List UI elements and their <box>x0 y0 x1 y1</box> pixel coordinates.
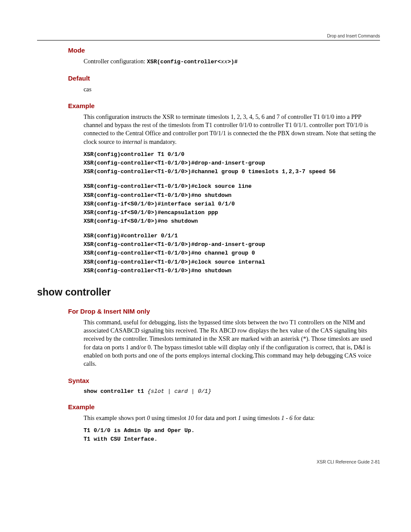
header-rule <box>37 40 380 40</box>
ex2-h: 1 - 6 <box>281 414 293 421</box>
example1-paragraph: This configuration instructs the XSR to … <box>84 113 380 146</box>
heading-drop-insert: For Drop & Insert NIM only <box>68 308 380 315</box>
ex2-d: 10 <box>188 414 194 421</box>
ex2-g: using timeslots <box>241 414 281 421</box>
heading-example1: Example <box>68 102 380 109</box>
page-footer: XSR CLI Reference Guide 2-81 <box>37 459 380 464</box>
mode-mono-italic: xx <box>221 59 228 65</box>
syntax-cmd: show controller t1 <box>84 388 147 395</box>
syntax-args: {slot | card | 0/1} <box>147 388 211 395</box>
example1-code1: XSR(config)controller T1 0/1/0 XSR(confi… <box>84 150 380 176</box>
mode-mono: XSR(config-controller< <box>147 59 221 65</box>
ex2-i: for data: <box>293 414 315 421</box>
ex2-b: 0 <box>147 414 150 421</box>
header-section-title: Drop and Insert Commands <box>37 34 380 38</box>
heading-show-controller: show controller <box>37 286 380 298</box>
ex2-a: This example shows port <box>84 414 147 421</box>
drop-insert-paragraph: This command, useful for debugging, list… <box>84 318 380 368</box>
ex2-c: using timeslot <box>150 414 188 421</box>
syntax-line: show controller t1 {slot | card | 0/1} <box>84 388 380 395</box>
heading-mode: Mode <box>68 47 380 54</box>
heading-syntax: Syntax <box>68 377 380 384</box>
heading-default: Default <box>68 75 380 82</box>
mode-prefix: Controller configuration: <box>84 58 147 65</box>
example2-paragraph: This example shows port 0 using timeslot… <box>84 414 380 422</box>
heading-example2: Example <box>68 403 380 411</box>
example1-italic: internal <box>122 138 142 145</box>
example2-code: T1 0/1/0 is Admin Up and Oper Up. T1 wit… <box>84 426 380 444</box>
example1-suffix: is mandatory. <box>142 138 176 145</box>
default-text: cas <box>84 85 380 93</box>
mode-mono-suffix: >)# <box>227 59 237 65</box>
ex2-e: for data and port <box>194 414 238 421</box>
example1-code2: XSR(config-controller<T1-0/1/0>)#clock s… <box>84 182 380 226</box>
example1-code3: XSR(config)#controller 0/1/1 XSR(config-… <box>84 232 380 275</box>
mode-text: Controller configuration: XSR(config-con… <box>84 57 380 66</box>
